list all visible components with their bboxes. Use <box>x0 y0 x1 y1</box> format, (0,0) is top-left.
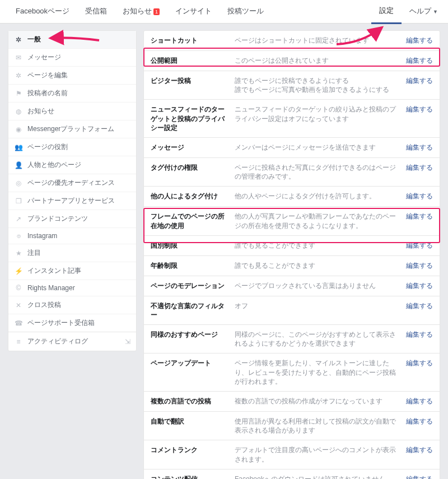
setting-value: このページは公開されています <box>235 56 406 65</box>
edit-link[interactable]: 編集する <box>406 76 433 86</box>
topnav-left: Facebookページ受信箱お知らせ1インサイト投稿ツール <box>8 0 272 24</box>
sidebar-item-label: ページの役割 <box>27 142 68 152</box>
edit-link[interactable]: 編集する <box>406 475 433 479</box>
sidebar-item-label: Messengerプラットフォーム <box>27 124 114 134</box>
sidebar-item-label: インスタント記事 <box>27 266 81 276</box>
sidebar-item-13[interactable]: ⚡インスタント記事 <box>8 262 136 280</box>
topnav-item-0[interactable]: Facebookページ <box>8 0 77 24</box>
sidebar-item-3[interactable]: ⚑投稿者の名前 <box>8 85 136 103</box>
setting-label: ページのモデレーション <box>151 281 235 290</box>
sidebar-item-label: 投稿者の名前 <box>27 89 68 98</box>
sidebar-item-label: 注目 <box>27 248 41 258</box>
edit-link[interactable]: 編集する <box>406 241 433 250</box>
sidebar-item-label: パートナーアプリとサービス <box>27 196 115 206</box>
sidebar-item-7[interactable]: 👤人物と他のページ <box>8 156 136 174</box>
help-tab[interactable]: ヘルプ▼ <box>402 0 440 24</box>
sidebar-item-4[interactable]: ◍お知らせ <box>8 103 136 120</box>
edit-link[interactable]: 編集する <box>406 143 433 152</box>
external-icon: ⇲ <box>125 338 130 346</box>
setting-value: 他の人やページによるタグ付けを許可します。 <box>235 192 406 201</box>
setting-label: コンテンツ配信 <box>151 475 235 479</box>
sidebar-item-5[interactable]: ◉Messengerプラットフォーム <box>8 120 136 138</box>
sidebar-item-10[interactable]: ↗ブランドコンテンツ <box>8 210 136 228</box>
sidebar-item-label: ページを編集 <box>27 71 68 80</box>
help-label: ヘルプ <box>409 7 431 15</box>
instagram-icon: ⌾ <box>14 232 23 240</box>
setting-label: 国別制限 <box>151 241 235 250</box>
setting-row-1: 公開範囲このページは公開されています編集する <box>144 51 440 71</box>
sidebar-item-16[interactable]: ☎ページサポート受信箱 <box>8 314 136 332</box>
setting-row-4: メッセージメンバーはページにメッセージを送信できます編集する <box>144 138 440 158</box>
sidebar-item-2[interactable]: ✲ページを編集 <box>8 67 136 85</box>
setting-row-0: ショートカットページはショートカットに固定されています編集する <box>144 31 440 51</box>
topnav-item-2[interactable]: お知らせ1 <box>115 0 167 24</box>
sidebar-item-0[interactable]: ✲一般 <box>8 31 136 49</box>
support-icon: ☎ <box>14 319 23 327</box>
share-icon: ↗ <box>14 215 23 223</box>
setting-label: 不適切な言葉のフィルター <box>151 301 235 319</box>
setting-row-10: ページのモデレーションページでブロックされている言葉はありません編集する <box>144 276 440 296</box>
sidebar-item-9[interactable]: ❒パートナーアプリとサービス <box>8 192 136 210</box>
edit-link[interactable]: 編集する <box>406 105 433 114</box>
edit-link[interactable]: 編集する <box>406 397 433 406</box>
setting-row-2: ビジター投稿誰でもページに投稿できるようにする誰でもページに写真や動画を追加でき… <box>144 71 440 100</box>
setting-value: ページに投稿された写真にタグ付けできるのはページの管理者のみです。 <box>235 163 406 181</box>
setting-value: ページでブロックされている言葉はありません <box>235 281 406 290</box>
topnav-item-1[interactable]: 受信箱 <box>77 0 115 24</box>
edit-link[interactable]: 編集する <box>406 417 433 426</box>
sidebar-item-label: クロス投稿 <box>27 300 61 310</box>
edit-link[interactable]: 編集する <box>406 301 433 311</box>
edit-link[interactable]: 編集する <box>406 163 433 173</box>
person-icon: 👤 <box>14 161 23 169</box>
edit-link[interactable]: 編集する <box>406 330 433 340</box>
sidebar-item-6[interactable]: 👥ページの役割 <box>8 138 136 156</box>
sidebar-item-1[interactable]: ✉メッセージ <box>8 49 136 67</box>
edit-link[interactable]: 編集する <box>406 36 433 45</box>
setting-value: デフォルトで注目度の高いページへのコメントが表示されます。 <box>235 445 406 463</box>
setting-label: ビジター投稿 <box>151 76 235 85</box>
setting-row-6: 他の人によるタグ付け他の人やページによるタグ付けを許可します。編集する <box>144 187 440 207</box>
gear-icon: ✲ <box>14 72 23 80</box>
content: ✲一般✉メッセージ✲ページを編集⚑投稿者の名前◍お知らせ◉Messengerプラ… <box>0 24 448 479</box>
sidebar-list: ✲一般✉メッセージ✲ページを編集⚑投稿者の名前◍お知らせ◉Messengerプラ… <box>8 31 136 332</box>
sidebar-item-15[interactable]: ✕クロス投稿 <box>8 296 136 314</box>
edit-link[interactable]: 編集する <box>406 192 433 201</box>
sidebar-item-label: ブランドコンテンツ <box>27 214 88 224</box>
setting-row-13: ページアップデートページ情報を更新したり、マイルストーンに達したり、レビューを受… <box>144 354 440 392</box>
cross-icon: ✕ <box>14 301 23 309</box>
edit-link[interactable]: 編集する <box>406 445 433 455</box>
setting-row-17: コンテンツ配信Facebookへのダウンロードは許可されていません。編集する <box>144 469 440 479</box>
setting-row-14: 複数の言語での投稿複数の言語での投稿の作成がオフになっています編集する <box>144 392 440 412</box>
sidebar-item-label: メッセージ <box>27 53 61 62</box>
setting-value: メンバーはページにメッセージを送信できます <box>235 143 406 152</box>
globe-icon: ◍ <box>14 108 23 115</box>
topnav-item-3[interactable]: インサイト <box>167 0 220 24</box>
cube-icon: ❒ <box>14 197 23 205</box>
edit-link[interactable]: 編集する <box>406 212 433 221</box>
settings-tab[interactable]: 設定 <box>371 0 402 24</box>
setting-label: ニュースフィードのターゲットと投稿のプライバシー設定 <box>151 105 235 132</box>
star-icon: ★ <box>14 249 23 257</box>
setting-label: 複数の言語での投稿 <box>151 397 235 406</box>
gear-icon: ✲ <box>14 36 23 44</box>
sidebar-item-8[interactable]: ◎ページの優先オーディエンス <box>8 174 136 192</box>
edit-link[interactable]: 編集する <box>406 56 433 66</box>
edit-link[interactable]: 編集する <box>406 281 433 291</box>
sidebar-item-11[interactable]: ⌾Instagram <box>8 228 136 244</box>
edit-link[interactable]: 編集する <box>406 359 433 368</box>
setting-value: 使用言語が異なる利用者に対して投稿の訳文が自動で表示される場合があります <box>235 417 406 435</box>
sidebar-item-14[interactable]: ©Rights Manager <box>8 280 136 296</box>
activity-log-link[interactable]: ≡ アクティビティログ ⇲ <box>8 332 136 351</box>
list-icon: ≡ <box>14 338 23 346</box>
target-icon: ◎ <box>14 179 23 187</box>
sidebar-item-label: ページの優先オーディエンス <box>27 178 115 188</box>
setting-label: 自動で翻訳 <box>151 417 235 426</box>
sidebar-item-12[interactable]: ★注目 <box>8 244 136 262</box>
setting-value: 複数の言語での投稿の作成がオフになっています <box>235 397 406 406</box>
sidebar-item-label: 人物と他のページ <box>27 160 81 170</box>
messenger-icon: ◉ <box>14 125 23 133</box>
top-nav: Facebookページ受信箱お知らせ1インサイト投稿ツール 設定 ヘルプ▼ <box>0 0 448 24</box>
setting-value: 他の人が写真フレームや動画フレームであなたのページの所在地を使用できるようになり… <box>235 212 406 230</box>
topnav-item-4[interactable]: 投稿ツール <box>220 0 272 24</box>
edit-link[interactable]: 編集する <box>406 261 433 271</box>
